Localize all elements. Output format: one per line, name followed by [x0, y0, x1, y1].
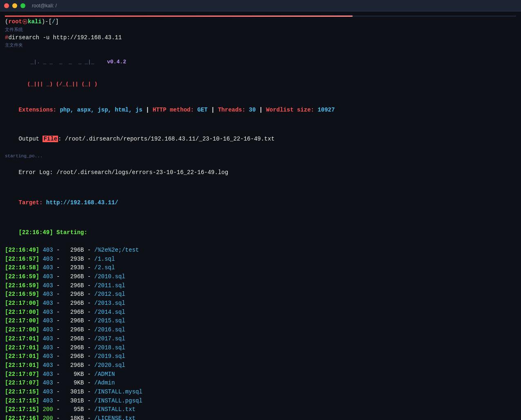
ascii-art-block: _|. _ _ _ _ _ _|_ v0.4.2 (_||| _) (/_(_|…	[5, 51, 516, 95]
result-row: [22:17:07] 403 - 9KB - /Admin	[5, 379, 516, 388]
prompt-user: root	[8, 18, 22, 27]
result-row: [22:17:01] 403 - 296B - /2017.sql	[5, 335, 516, 344]
result-row: [22:17:00] 403 - 296B - /2014.sql	[5, 308, 516, 317]
title-bar: root@kali: /	[0, 0, 521, 11]
window-title: root@kali: /	[32, 3, 57, 9]
error-log-line: Error Log: /root/.dirsearch/logs/errors-…	[5, 160, 516, 186]
result-row: [22:17:15] 200 - 95B - /INSTALL.txt	[5, 405, 516, 414]
prompt-path: /	[52, 18, 55, 27]
progress-bar-container	[5, 16, 516, 17]
results-list: [22:16:49] 403 - 296B - /%2e%2e;/test[22…	[5, 246, 516, 420]
result-row: [22:16:58] 403 - 293B - /2.sql	[5, 264, 516, 273]
result-row: [22:17:16] 200 - 18KB - /LICENSE.txt	[5, 414, 516, 420]
command-text: dirsearch -u http://192.168.43.11	[8, 34, 121, 42]
maximize-button[interactable]	[20, 3, 25, 8]
extensions-line: Extensions: php, aspx, jsp, html, js | H…	[5, 97, 516, 124]
chinese-label-home: 主文件夹	[5, 42, 516, 49]
output-file-line: Output File: /root/.dirsearch/reports/19…	[5, 126, 516, 153]
minimize-button[interactable]	[12, 3, 17, 8]
ascii-line2: (_||| _) (/_(_|| (_| )	[5, 73, 516, 96]
result-row: [22:16:57] 403 - 293B - /1.sql	[5, 255, 516, 264]
result-row: [22:17:01] 403 - 296B - /2018.sql	[5, 344, 516, 353]
result-row: [22:16:59] 403 - 296B - /2011.sql	[5, 281, 516, 290]
chinese-label-starting: starting_po...	[5, 153, 516, 160]
result-row: [22:17:00] 403 - 296B - /2013.sql	[5, 299, 516, 308]
result-row: [22:17:00] 403 - 296B - /2016.sql	[5, 326, 516, 335]
result-row: [22:17:07] 403 - 9KB - /ADMIN	[5, 370, 516, 379]
result-row: [22:16:59] 403 - 296B - /2012.sql	[5, 290, 516, 299]
result-row: [22:17:15] 403 - 301B - /INSTALL.mysql	[5, 388, 516, 397]
progress-bar-fill	[5, 16, 353, 17]
result-row: [22:16:59] 403 - 296B - /2010.sql	[5, 273, 516, 281]
prompt-line: (root㉿kali)-[/]	[5, 18, 516, 27]
chinese-label-filesystem: 文件系统	[5, 27, 516, 34]
command-line: # dirsearch -u http://192.168.43.11	[5, 34, 516, 42]
hash-symbol: #	[5, 34, 8, 42]
result-row: [22:17:01] 403 - 296B - /2020.sql	[5, 361, 516, 370]
terminal-window: (root㉿kali)-[/] 文件系统 # dirsearch -u http…	[0, 11, 521, 420]
result-row: [22:16:49] 403 - 296B - /%2e%2e;/test	[5, 246, 516, 255]
close-button[interactable]	[4, 3, 9, 8]
starting-line: [22:16:49] Starting:	[5, 219, 516, 246]
result-row: [22:17:15] 403 - 301B - /INSTALL.pgsql	[5, 397, 516, 406]
target-line: Target: http://192.168.43.11/	[5, 190, 516, 216]
result-row: [22:17:00] 403 - 296B - /2015.sql	[5, 317, 516, 326]
target-url: http://192.168.43.11/	[46, 199, 118, 206]
result-row: [22:17:01] 403 - 296B - /2019.sql	[5, 352, 516, 361]
ascii-line1: _|. _ _ _ _ _ _|_ v0.4.2	[5, 51, 516, 73]
prompt-host: kali	[28, 18, 42, 27]
